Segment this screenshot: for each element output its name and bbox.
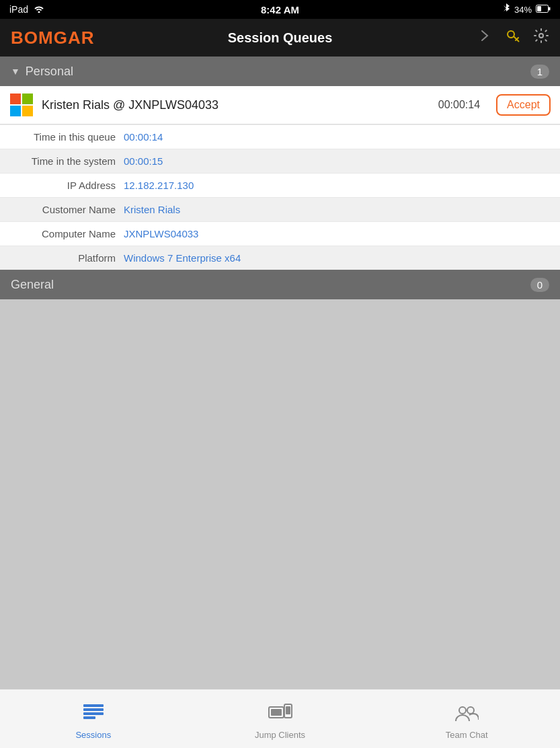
svg-point-17	[459, 707, 466, 714]
detail-value-customer: Kristen Rials	[124, 204, 180, 215]
chevron-down-icon: ▼	[11, 66, 20, 77]
svg-rect-8	[22, 106, 33, 116]
svg-rect-5	[10, 94, 21, 104]
windows-logo-icon	[9, 93, 34, 117]
svg-rect-16	[286, 706, 290, 714]
session-timer: 00:00:14	[438, 99, 480, 111]
detail-label-time-queue: Time in this queue	[9, 131, 124, 143]
detail-label-time-system: Time in the system	[9, 155, 124, 167]
detail-value-time-queue: 00:00:14	[124, 131, 163, 143]
battery-label: 34%	[514, 5, 532, 15]
tab-team-chat[interactable]: Team Chat	[373, 698, 560, 740]
svg-point-4	[539, 34, 543, 38]
detail-value-time-system: 00:00:15	[124, 155, 163, 167]
svg-rect-6	[22, 94, 33, 104]
detail-row-computer: Computer Name JXNPLWS04033	[0, 221, 560, 246]
detail-label-computer: Computer Name	[9, 228, 124, 239]
svg-rect-7	[10, 106, 21, 116]
jump-clients-icon	[268, 704, 292, 727]
tab-jump-clients-label: Jump Clients	[255, 730, 305, 740]
svg-rect-9	[83, 704, 104, 707]
personal-section-header[interactable]: ▼ Personal 1	[0, 57, 560, 86]
tab-sessions-label: Sessions	[75, 730, 111, 740]
session-card: Kristen Rials @ JXNPLWS04033 00:00:14 Ac…	[0, 86, 560, 124]
key-icon[interactable]	[505, 28, 521, 48]
general-section-header[interactable]: General 0	[0, 270, 560, 299]
svg-rect-14	[271, 709, 282, 716]
detail-value-computer: JXNPLWS04033	[124, 228, 198, 239]
page-title: Session Queues	[228, 30, 333, 46]
bluetooth-icon	[502, 3, 510, 16]
detail-row-customer: Customer Name Kristen Rials	[0, 197, 560, 221]
status-time: 8:42 AM	[261, 4, 299, 15]
team-chat-icon	[454, 704, 479, 727]
session-details: Time in this queue 00:00:14 Time in the …	[0, 124, 560, 270]
tab-team-chat-label: Team Chat	[446, 730, 488, 740]
detail-row-time-queue: Time in this queue 00:00:14	[0, 124, 560, 149]
main-content-area	[0, 299, 560, 707]
session-name: Kristen Rials @ JXNPLWS04033	[42, 98, 430, 112]
detail-row-ip: IP Address 12.182.217.130	[0, 173, 560, 197]
device-label: iPad	[9, 4, 28, 15]
detail-label-customer: Customer Name	[9, 204, 124, 215]
arrow-forward-icon[interactable]	[477, 28, 493, 48]
svg-rect-11	[83, 712, 104, 715]
bomgar-logo: BOMGAR	[11, 28, 94, 48]
personal-section-badge: 1	[530, 65, 549, 79]
battery-icon	[536, 5, 551, 15]
tab-sessions[interactable]: Sessions	[0, 698, 187, 740]
svg-rect-12	[83, 716, 95, 719]
svg-point-18	[467, 707, 474, 714]
tab-bar: Sessions Jump Clients Team Chat	[0, 689, 560, 748]
detail-value-ip: 12.182.217.130	[124, 180, 194, 191]
wifi-icon	[34, 4, 44, 15]
detail-label-ip: IP Address	[9, 180, 124, 191]
svg-rect-10	[83, 708, 104, 711]
status-bar: iPad 8:42 AM 34%	[0, 0, 560, 19]
gear-icon[interactable]	[533, 28, 549, 48]
svg-rect-1	[537, 6, 541, 11]
general-section-title: General	[11, 278, 54, 292]
accept-button[interactable]: Accept	[496, 94, 551, 116]
sessions-icon	[83, 704, 104, 727]
detail-row-time-system: Time in the system 00:00:15	[0, 149, 560, 173]
tab-jump-clients[interactable]: Jump Clients	[187, 698, 374, 740]
detail-value-platform: Windows 7 Enterprise x64	[124, 252, 241, 264]
detail-label-platform: Platform	[9, 252, 124, 264]
top-nav: BOMGAR Session Queues	[0, 19, 560, 57]
personal-section-title: Personal	[26, 65, 73, 79]
svg-rect-2	[549, 7, 551, 10]
general-section-badge: 0	[530, 278, 549, 292]
detail-row-platform: Platform Windows 7 Enterprise x64	[0, 246, 560, 270]
